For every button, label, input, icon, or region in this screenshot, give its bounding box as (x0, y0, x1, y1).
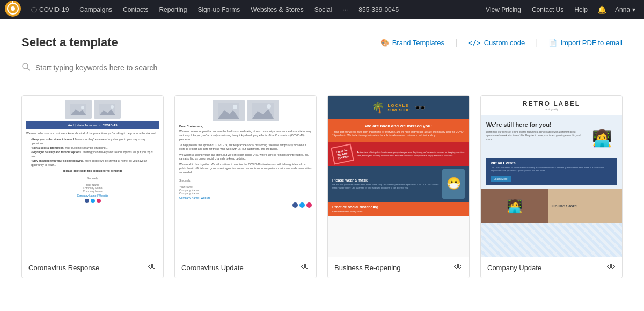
image-placeholder (65, 100, 92, 119)
palette-icon: 🎨 (380, 39, 389, 47)
user-menu[interactable]: Anna ▾ (611, 6, 640, 13)
tmpl4-learn-more-btn[interactable]: Learn More (491, 176, 511, 182)
nav-item-covid[interactable]: ⓘ COVID-19 (26, 0, 74, 19)
tmpl4-bottom-photo: 🧑‍💻 (481, 189, 548, 223)
search-icon (21, 62, 30, 73)
card-footer-1: Coronavirus Response 👁 (22, 257, 163, 278)
template-name-3: Business Re-opening (334, 264, 401, 272)
template-card-business-reopening[interactable]: 🌴 LOCALS SURF SHOP 🕶️ We are back and we… (327, 95, 470, 278)
file-icon: 📄 (548, 39, 557, 47)
tmpl1-header-banner: An Update from us on COVID-19 (26, 121, 159, 129)
template-preview-3: 🌴 LOCALS SURF SHOP 🕶️ We are back and we… (328, 96, 469, 257)
tmpl2-body-3: We will miss seeing you in our store, bu… (179, 153, 312, 161)
tmpl4-virtual-section: Virtual Events Don't miss our series of … (486, 158, 617, 185)
preview-eye-icon-4[interactable]: 👁 (607, 263, 616, 272)
logo[interactable] (4, 0, 26, 19)
tmpl4-hero-title: We're still here for you! (486, 121, 583, 128)
tmpl1-body-text: We want to be sure our customers know ab… (26, 132, 159, 135)
tmpl2-greeting: Dear Customers, (179, 125, 312, 128)
preview-eye-icon-1[interactable]: 👁 (148, 263, 157, 272)
template-name-2: Coronavirus Update (181, 264, 244, 272)
tmpl4-bottom: 🧑‍💻 Online Store (481, 189, 622, 223)
tmpl4-hero-body: Don't miss our series of online events f… (486, 131, 583, 141)
card-footer-2: Coronavirus Update 👁 (175, 257, 316, 278)
header-actions: 🎨 Brand Templates | </> Custom code | 📄 … (380, 38, 623, 47)
instagram-icon (97, 199, 101, 203)
nav-item-websites[interactable]: Websites & Stores (245, 0, 309, 19)
tmpl4-virtual-title: Virtual Events (491, 161, 612, 165)
tmpl3-mask-title: Please wear a mask (332, 178, 439, 182)
tmpl4-virtual-body: Don't miss our series of online events f… (491, 166, 612, 172)
contact-us-link[interactable]: Contact Us (526, 6, 569, 13)
tmpl4-online-title: Online Store (552, 204, 619, 208)
social-icon-1 (292, 202, 298, 208)
code-icon: </> (468, 39, 480, 47)
image-placeholder (247, 100, 279, 121)
tmpl3-hero-text: These past few weeks have been challengi… (332, 131, 465, 138)
nav-right: View Pricing Contact Us Help 🔔 Anna ▾ (480, 5, 640, 14)
image-placeholder (213, 100, 245, 121)
tmpl3-header: 🌴 LOCALS SURF SHOP 🕶️ (328, 96, 469, 119)
tmpl3-reopen-section: Come in, WE ARE REOPEN As the state of t… (328, 142, 469, 166)
tmpl4-online-store: Online Store (548, 189, 623, 223)
tmpl2-footer: Sincerely,Your NameCompany NameCompany N… (179, 179, 312, 199)
card-footer-4: Company Update 👁 (481, 257, 622, 278)
nav-item-campaigns[interactable]: Campaigns (74, 0, 118, 19)
nav-item-signup[interactable]: Sign-up Forms (192, 0, 245, 19)
nav-item-social[interactable]: Social (309, 0, 338, 19)
notification-bell-icon[interactable]: 🔔 (593, 5, 611, 14)
page-header: Select a template 🎨 Brand Templates | </… (21, 35, 623, 49)
tmpl3-mask-section: Please wear a mask We ask that you wear … (328, 166, 469, 202)
reopen-stamp: Come in, WE ARE REOPEN (331, 143, 354, 164)
brand-templates-button[interactable]: 🎨 Brand Templates (380, 39, 444, 47)
tmpl3-distancing-section: Practice social distancing Please rememb… (328, 202, 469, 216)
chevron-down-icon: ▾ (632, 6, 635, 13)
preview-eye-icon-3[interactable]: 👁 (454, 263, 463, 272)
tmpl4-logo-text: RETRO LABEL (486, 100, 617, 107)
divider2: | (536, 38, 538, 47)
divider1: | (455, 38, 457, 47)
svg-point-2 (11, 6, 15, 11)
nav-item-more[interactable]: ··· (337, 0, 353, 19)
svg-line-5 (27, 68, 30, 70)
info-icon: ⓘ (31, 6, 37, 14)
social-icon-3 (306, 202, 312, 208)
template-name-1: Coronavirus Response (28, 264, 99, 272)
main-content: Select a template 🎨 Brand Templates | </… (0, 19, 644, 311)
tmpl4-hero-text-block: We're still here for you! Don't miss our… (486, 121, 583, 142)
facebook-icon (85, 199, 89, 203)
tmpl1-bullet-4: • Stay engaged with your social followin… (26, 158, 159, 167)
tmpl3-distancing-body: Please remember to stay a safe (332, 210, 465, 213)
tmpl4-logo-sub: best quality (486, 107, 617, 111)
template-grid: An Update from us on COVID-19 We want to… (21, 95, 623, 278)
tmpl1-footer: Sincerely, Your NameCompany NameCompany … (26, 177, 159, 197)
custom-code-button[interactable]: </> Custom code (468, 39, 525, 47)
svg-point-17 (267, 104, 271, 109)
top-navigation: ⓘ COVID-19 Campaigns Contacts Reporting … (0, 0, 644, 19)
tmpl4-hero: We're still here for you! Don't miss our… (481, 115, 622, 189)
tmpl3-logo-name: LOCALS (388, 103, 410, 108)
template-card-company-update[interactable]: RETRO LABEL best quality We're still her… (480, 95, 623, 278)
view-pricing-link[interactable]: View Pricing (480, 6, 526, 13)
tmpl1-bullet-1: • Keep your subscribers informed. Make s… (26, 137, 159, 146)
tmpl2-body-1: We want to assure you that we take the h… (179, 129, 312, 142)
svg-point-11 (111, 105, 114, 109)
nav-item-contacts[interactable]: Contacts (118, 0, 153, 19)
template-card-coronavirus-update[interactable]: Dear Customers, We want to assure you th… (174, 95, 317, 278)
nav-items: ⓘ COVID-19 Campaigns Contacts Reporting … (26, 0, 480, 19)
import-pdf-button[interactable]: 📄 Import PDF to email (548, 39, 623, 47)
page-title: Select a template (21, 35, 118, 49)
nav-item-reporting[interactable]: Reporting (153, 0, 192, 19)
template-card-coronavirus-response[interactable]: An Update from us on COVID-19 We want to… (21, 95, 164, 278)
preview-eye-icon-2[interactable]: 👁 (301, 263, 310, 272)
template-preview-4: RETRO LABEL best quality We're still her… (481, 96, 622, 257)
search-input[interactable] (35, 63, 250, 72)
nav-phone: 855-339-0045 (353, 0, 404, 19)
image-placeholder (94, 100, 121, 119)
social-icon-2 (299, 202, 305, 208)
tmpl3-shop-name: SURF SHOP (388, 108, 410, 112)
tmpl3-distancing-title: Practice social distancing (332, 205, 465, 209)
tmpl4-hero-image: 👩‍💻 (587, 121, 617, 156)
tmpl3-mask-text-block: Please wear a mask We ask that you wear … (332, 178, 439, 190)
help-link[interactable]: Help (569, 6, 593, 13)
